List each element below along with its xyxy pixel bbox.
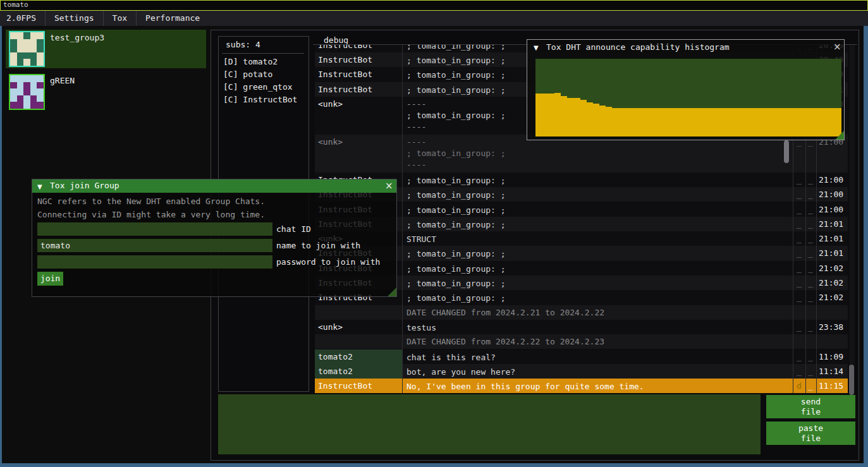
join-info-line-2: Connecting via ID might take a very long…	[37, 209, 265, 221]
message-text: ; tomato_in_group: ;	[402, 290, 793, 304]
avatar-cell	[17, 52, 24, 59]
avatar-cell	[30, 52, 37, 59]
menu-item-settings[interactable]: Settings	[46, 11, 103, 26]
avatar-cell	[23, 32, 30, 39]
group-avatar	[9, 31, 45, 67]
histogram-bar	[637, 108, 644, 136]
join-button[interactable]: join	[37, 272, 63, 286]
avatar-cell	[17, 95, 24, 102]
chat-scrollbar-track[interactable]	[849, 45, 855, 393]
message-time: 21:00	[816, 202, 848, 214]
send-file-button[interactable]: send file	[766, 395, 855, 418]
histogram-bar	[765, 108, 771, 136]
join-window-titlebar[interactable]: ▼ Tox join Group ×	[32, 179, 396, 193]
message-row[interactable]: InstructBotNo, I've been in this group f…	[315, 379, 848, 393]
message-input[interactable]	[218, 394, 761, 454]
message-time: 11:15	[816, 379, 848, 391]
chat-id-input[interactable]	[37, 222, 272, 236]
message-row[interactable]: tomato2chat is this real?__11:09	[315, 349, 848, 364]
histogram-bar	[740, 108, 746, 136]
resize-grip[interactable]	[835, 131, 844, 140]
histogram-bar	[593, 104, 599, 136]
group-avatar-identicon	[10, 75, 44, 109]
histogram-bar	[535, 94, 542, 136]
histogram-bar	[701, 108, 707, 136]
histogram-bar	[682, 108, 688, 136]
message-time: 21:02	[816, 276, 848, 288]
join-window-title: Tox join Group	[50, 181, 119, 190]
message-text: ; tomato_in_group: ;	[402, 217, 793, 231]
join-password-input[interactable]	[37, 255, 272, 269]
subs-member-green_qtox[interactable]: [C] green_qtox	[223, 81, 297, 94]
chat-id-label: chat ID	[276, 222, 311, 236]
avatar-cell	[10, 52, 17, 59]
chat-scrollbar-thumb[interactable]	[849, 365, 854, 395]
join-name-input[interactable]	[37, 239, 272, 252]
avatar-cell	[37, 59, 44, 66]
close-icon[interactable]: ×	[385, 181, 393, 191]
avatar-cell	[10, 45, 17, 52]
histogram-bar	[733, 108, 739, 136]
avatar-cell	[23, 39, 30, 46]
subs-member-tomato2[interactable]: [D] tomato2	[223, 56, 297, 68]
message-row[interactable]: tomato2bot, are you new here?__11:14	[315, 364, 848, 379]
collapse-triangle-icon[interactable]: ▼	[534, 44, 539, 51]
avatar-cell	[10, 59, 17, 66]
date-separator-row: DATE CHANGED from 2024.2.22 to 2024.2.23	[315, 334, 848, 349]
collapse-triangle-icon[interactable]: ▼	[37, 183, 42, 190]
message-text: ; tomato_in_group: ;	[402, 276, 793, 289]
histogram-bar	[714, 108, 720, 136]
avatar-cell	[23, 102, 30, 109]
tab-debug[interactable]: debug	[324, 35, 348, 45]
message-line: ; tomato_in_group: ;	[406, 205, 793, 216]
avatar-cell	[17, 82, 24, 89]
message-time: 21:02	[816, 261, 848, 273]
message-line: ; tomato_in_group: ;	[406, 248, 793, 260]
histogram-bar	[746, 108, 752, 136]
message-line: ; tomato_in_group: ;	[406, 219, 793, 231]
avatar-cell	[23, 82, 30, 89]
avatar-cell	[30, 59, 37, 66]
close-icon[interactable]: ×	[833, 42, 841, 52]
histogram-bar	[548, 94, 554, 136]
histogram-bar	[771, 108, 778, 136]
avatar-cell	[17, 88, 24, 95]
subs-member-potato[interactable]: [C] potato	[223, 68, 297, 81]
avatar-cell	[10, 39, 17, 46]
histogram-bar	[676, 108, 682, 136]
avatar-cell	[30, 75, 37, 82]
histogram-bar	[599, 106, 606, 136]
histogram-bar	[726, 108, 733, 136]
message-line: testus	[406, 322, 793, 334]
screen-edge-right	[864, 26, 868, 467]
message-row[interactable]: <unk>testus__23:38	[315, 320, 848, 334]
message-author: InstructBot	[315, 45, 402, 48]
avatar-cell	[23, 95, 30, 102]
avatar-cell	[37, 82, 44, 89]
paste-file-button[interactable]: paste file	[766, 422, 855, 445]
menu-item-tox[interactable]: Tox	[104, 11, 136, 26]
avatar-cell	[30, 95, 37, 102]
message-text: chat is this real?	[402, 349, 793, 363]
avatar-cell	[37, 45, 44, 52]
message-text: ; tomato_in_group: ;	[402, 187, 793, 201]
subs-member-InstructBot[interactable]: [C] InstructBot	[223, 94, 297, 106]
message-time: 11:14	[816, 364, 848, 376]
sidebar-group-test_group3[interactable]: test_group3	[6, 30, 206, 68]
message-cell-scrollbar[interactable]	[784, 140, 789, 163]
table-column-border	[402, 45, 403, 393]
message-time: 21:00	[816, 187, 848, 199]
histogram-bar	[759, 108, 765, 136]
message-line: STRUCT	[406, 234, 793, 245]
histogram-bar	[644, 108, 650, 136]
message-author: InstructBot	[315, 52, 402, 67]
resize-grip[interactable]	[388, 288, 396, 296]
sidebar-group-gREEN[interactable]: gREEN	[6, 73, 206, 111]
join-group-window: ▼ Tox join Group × NGC refers to the New…	[32, 179, 397, 297]
histogram-bar	[606, 107, 612, 136]
histogram-bar	[631, 108, 637, 136]
menu-item-performance[interactable]: Performance	[137, 11, 209, 26]
message-author: InstructBot	[315, 379, 402, 393]
avatar-cell	[17, 59, 24, 66]
histogram-bar	[816, 108, 822, 136]
